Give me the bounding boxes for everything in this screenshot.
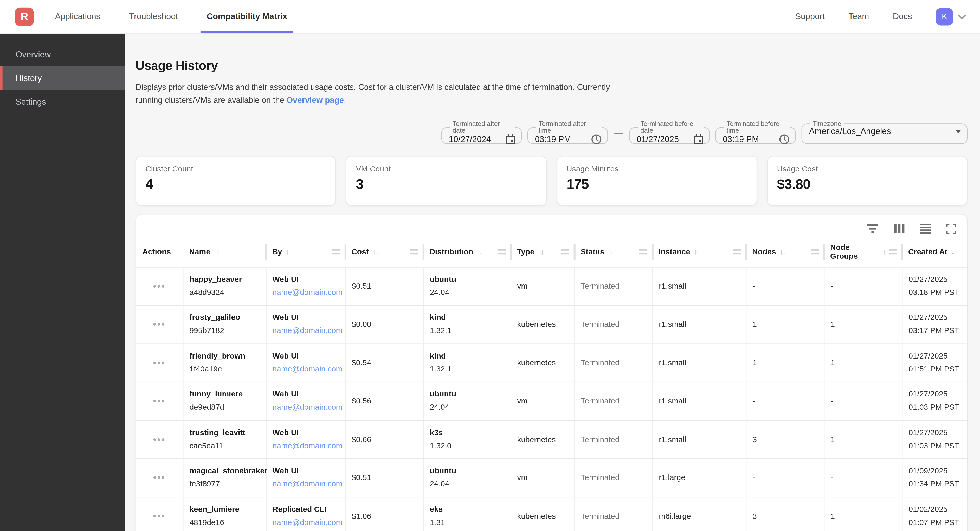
created-at-cell: 01/09/202501:34 PM PST (902, 458, 967, 497)
terminated-before-date-field[interactable]: Terminated before date 01/27/2025 (629, 120, 710, 144)
stat-label: Usage Minutes (566, 165, 747, 173)
field-value: 03:19 PM (535, 135, 571, 144)
usage-table-card: Actions Name↑↓ By↑↓ Cost↑↓ Distribution↑… (135, 214, 967, 531)
table-row: ••• keen_lumiere4819de16 Replicated CLIn… (136, 497, 967, 531)
column-menu-icon[interactable] (561, 249, 570, 254)
nodes-cell: - (746, 458, 824, 497)
row-actions-button[interactable]: ••• (153, 510, 165, 521)
status-cell: Terminated (574, 382, 652, 420)
cost-cell: $0.56 (345, 382, 423, 420)
terminated-after-time-field[interactable]: Terminated after time 03:19 PM (527, 120, 608, 144)
columns-icon[interactable] (893, 223, 904, 234)
cost-cell: $0.00 (345, 305, 423, 344)
email-link[interactable]: name@domain.com (272, 325, 339, 338)
row-actions-button[interactable]: ••• (153, 319, 165, 330)
status-cell: Terminated (574, 458, 652, 497)
row-actions-button[interactable]: ••• (153, 472, 165, 483)
field-value: 10/27/2024 (449, 135, 491, 144)
status-cell: Terminated (574, 420, 652, 459)
density-icon[interactable] (920, 223, 931, 234)
sidebar-item-settings[interactable]: Settings (0, 90, 125, 114)
app-logo[interactable]: R (15, 7, 34, 26)
row-actions-button[interactable]: ••• (153, 434, 165, 444)
col-header-name[interactable]: Name↑↓ (183, 237, 266, 267)
tab-applications[interactable]: Applications (55, 0, 100, 33)
stat-value: $3.80 (777, 176, 958, 192)
dropdown-arrow-icon (955, 129, 961, 133)
status-cell: Terminated (574, 497, 652, 531)
email-link[interactable]: name@domain.com (272, 439, 339, 453)
field-value: 01/27/2025 (637, 135, 679, 144)
by-cell: Web UIname@domain.com (266, 305, 345, 344)
terminated-before-time-field[interactable]: Terminated before time 03:19 PM (715, 120, 796, 144)
column-menu-icon[interactable] (410, 249, 418, 254)
col-header-nodes[interactable]: Nodes↑↓ (746, 237, 824, 267)
nodes-cell: 1 (746, 344, 824, 382)
nav-link-team[interactable]: Team (848, 12, 869, 21)
tab-compatibility-matrix[interactable]: Compatibility Matrix (207, 0, 287, 33)
table-row: ••• happy_beavera48d9324 Web UIname@doma… (136, 267, 967, 305)
col-header-type[interactable]: Type↑↓ (511, 237, 574, 267)
fullscreen-icon[interactable] (946, 223, 957, 234)
column-menu-icon[interactable] (733, 249, 741, 254)
created-at-cell: 01/27/202501:03 PM PST (902, 420, 967, 459)
by-cell: Web UIname@domain.com (266, 420, 345, 459)
col-header-created-at[interactable]: Created At↓ (902, 237, 967, 267)
row-actions-button[interactable]: ••• (153, 357, 165, 368)
sidebar-item-history[interactable]: History (0, 66, 125, 90)
col-header-node-groups[interactable]: Node Groups↑↓ (824, 237, 902, 267)
stat-value: 175 (566, 176, 747, 192)
sort-icon: ↑↓ (694, 248, 699, 255)
col-header-instance[interactable]: Instance↑↓ (652, 237, 746, 267)
clock-icon[interactable] (779, 134, 790, 144)
column-menu-icon[interactable] (639, 249, 648, 254)
nav-left: R Applications Troubleshoot Compatibilit… (0, 0, 287, 33)
avatar: K (936, 8, 953, 25)
email-link[interactable]: name@domain.com (272, 478, 339, 491)
col-header-by[interactable]: By↑↓ (266, 237, 345, 267)
nav-link-docs[interactable]: Docs (893, 12, 912, 21)
email-link[interactable]: name@domain.com (272, 516, 339, 529)
type-cell: vm (511, 382, 574, 420)
col-header-distribution[interactable]: Distribution↑↓ (423, 237, 511, 267)
terminated-after-date-field[interactable]: Terminated after date 10/27/2024 (441, 120, 522, 144)
timezone-select[interactable]: Timezone America/Los_Angeles (802, 120, 967, 144)
node-groups-cell: - (824, 382, 902, 420)
user-menu[interactable]: K (936, 8, 966, 25)
filter-icon[interactable] (867, 223, 878, 234)
node-groups-cell: - (824, 458, 902, 497)
column-menu-icon[interactable] (498, 249, 506, 254)
instance-cell: r1.small (652, 305, 746, 344)
stat-card-usage-cost: Usage Cost $3.80 (767, 155, 967, 206)
sort-icon: ↑↓ (214, 248, 219, 255)
column-menu-icon[interactable] (811, 249, 819, 254)
row-actions-button[interactable]: ••• (153, 395, 165, 406)
name-cell: frosty_galileo995b7182 (183, 305, 266, 344)
stat-cards: Cluster Count 4 VM Count 3 Usage Minutes… (135, 155, 967, 206)
tab-troubleshoot[interactable]: Troubleshoot (129, 0, 178, 33)
instance-cell: r1.small (652, 420, 746, 459)
stat-card-vm-count: VM Count 3 (346, 155, 546, 206)
stat-label: VM Count (356, 165, 536, 173)
clock-icon[interactable] (591, 134, 602, 144)
col-header-status[interactable]: Status↑↓ (574, 237, 652, 267)
nav-link-support[interactable]: Support (795, 12, 825, 21)
nodes-cell: - (746, 267, 824, 305)
email-link[interactable]: name@domain.com (272, 401, 339, 414)
col-header-cost[interactable]: Cost↑↓ (345, 237, 423, 267)
type-cell: kubernetes (511, 344, 574, 382)
calendar-icon[interactable] (506, 134, 515, 144)
instance-cell: r1.large (652, 458, 746, 497)
field-value: America/Los_Angeles (809, 127, 891, 136)
email-link[interactable]: name@domain.com (272, 363, 339, 376)
cost-cell: $0.51 (345, 267, 423, 305)
column-menu-icon[interactable] (889, 249, 897, 254)
created-at-cell: 01/27/202503:18 PM PST (902, 267, 967, 305)
row-actions-button[interactable]: ••• (153, 281, 165, 291)
sidebar-item-overview[interactable]: Overview (0, 42, 125, 66)
column-menu-icon[interactable] (332, 249, 340, 254)
status-cell: Terminated (574, 305, 652, 344)
overview-page-link[interactable]: Overview page (286, 95, 344, 105)
calendar-icon[interactable] (694, 134, 703, 144)
email-link[interactable]: name@domain.com (272, 286, 339, 299)
